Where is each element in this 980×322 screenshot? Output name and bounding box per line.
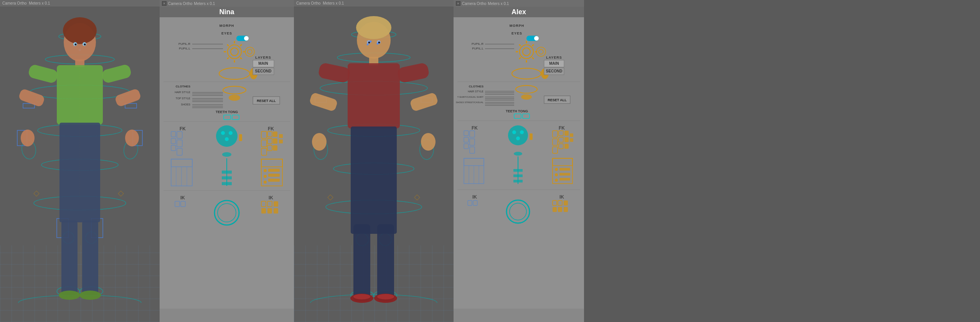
svg-rect-277 (553, 200, 557, 205)
svg-rect-230 (470, 131, 475, 137)
svg-rect-162 (397, 62, 430, 84)
svg-rect-263 (553, 158, 572, 166)
svg-rect-159 (348, 63, 400, 128)
svg-point-48 (244, 36, 249, 41)
svg-rect-242 (553, 139, 558, 145)
svg-text:RESET ALL: RESET ALL (548, 98, 567, 102)
alex-scale-label: Meters x 0.1 (488, 2, 509, 6)
ik-left-label: IK (180, 195, 185, 200)
svg-rect-112 (171, 159, 192, 167)
alex-title-bar: Alex (454, 7, 584, 17)
svg-rect-134 (267, 201, 272, 207)
svg-rect-223 (514, 114, 521, 118)
svg-rect-103 (267, 138, 272, 144)
svg-line-196 (519, 58, 521, 59)
svg-rect-254 (464, 158, 484, 166)
alex-panel-header: × Camera Ortho Meters x 0.1 (454, 0, 584, 7)
svg-rect-127 (268, 179, 280, 182)
svg-point-265 (555, 173, 558, 176)
svg-rect-88 (177, 131, 182, 138)
svg-point-94 (216, 125, 238, 147)
alex-title: Alex (511, 8, 526, 16)
svg-point-131 (214, 200, 239, 225)
svg-rect-269 (559, 178, 570, 181)
svg-rect-244 (559, 131, 563, 136)
svg-text:PUPIL.L: PUPIL.L (472, 47, 483, 50)
svg-text:HAIR STYLE: HAIR STYLE (175, 91, 190, 94)
alex-panel-close[interactable]: × (456, 1, 460, 6)
svg-point-238 (520, 130, 524, 134)
svg-rect-234 (464, 137, 469, 142)
svg-rect-107 (273, 145, 277, 151)
svg-point-38 (125, 130, 139, 146)
svg-point-124 (264, 181, 267, 184)
svg-rect-279 (553, 207, 557, 212)
svg-text:SHOES STREET/CASUAL: SHOES STREET/CASUAL (456, 101, 484, 104)
svg-text:LAYERS: LAYERS (255, 56, 271, 59)
svg-rect-167 (353, 224, 370, 301)
left-viewport[interactable]: Camera Ortho Meters x 0.1 (0, 0, 160, 322)
morph-label: MORPH (219, 24, 234, 28)
svg-point-37 (21, 130, 35, 146)
svg-line-59 (227, 44, 229, 46)
svg-point-176 (378, 42, 380, 44)
svg-point-252 (514, 152, 522, 156)
svg-rect-99 (261, 131, 267, 138)
svg-text:EYES: EYES (511, 31, 522, 35)
svg-point-97 (225, 137, 229, 141)
svg-rect-268 (559, 173, 570, 176)
svg-rect-240 (530, 133, 533, 140)
svg-rect-247 (564, 131, 569, 136)
svg-line-58 (240, 58, 242, 59)
layer-second-label: SECOND (255, 69, 272, 73)
svg-point-132 (218, 204, 236, 222)
svg-rect-125 (268, 169, 280, 172)
svg-text:TEETH  TONG: TEETH TONG (506, 109, 528, 113)
svg-rect-32 (59, 123, 100, 222)
nina-camera-label: Camera Ortho (168, 2, 192, 6)
svg-rect-102 (267, 131, 272, 137)
svg-point-82 (223, 86, 246, 94)
svg-point-96 (229, 131, 233, 135)
svg-rect-235 (464, 144, 469, 149)
svg-point-276 (510, 203, 526, 220)
svg-rect-31 (57, 65, 103, 125)
svg-point-220 (516, 85, 537, 93)
svg-text:T-SHIRT/CASUAL SHIRT: T-SHIRT/CASUAL SHIRT (457, 96, 484, 98)
svg-point-165 (312, 133, 327, 151)
svg-line-195 (519, 44, 521, 46)
svg-rect-92 (171, 138, 176, 144)
svg-rect-101 (261, 148, 267, 155)
svg-rect-90 (177, 148, 182, 155)
svg-rect-36 (114, 88, 142, 107)
reset-all-label: RESET ALL (257, 99, 276, 103)
svg-point-182 (534, 36, 539, 41)
svg-point-46 (84, 44, 86, 46)
svg-point-42 (79, 291, 101, 300)
svg-point-178 (370, 41, 372, 43)
svg-point-179 (377, 43, 379, 45)
svg-rect-233 (464, 131, 469, 136)
svg-rect-280 (558, 207, 562, 212)
svg-point-29 (63, 17, 97, 44)
svg-rect-133 (261, 201, 266, 207)
nina-panel-close[interactable]: × (162, 1, 167, 6)
svg-text:SECOND: SECOND (546, 69, 563, 73)
svg-point-266 (555, 179, 558, 182)
svg-rect-105 (273, 131, 277, 137)
svg-rect-160 (351, 127, 397, 234)
svg-rect-34 (101, 64, 132, 84)
svg-point-62 (247, 49, 252, 54)
svg-rect-119 (222, 182, 232, 185)
svg-point-187 (520, 45, 533, 59)
alex-camera-label: Camera Ortho (462, 2, 486, 6)
right-viewport[interactable]: Camera Ortho Meters x 0.1 (294, 0, 454, 322)
svg-rect-89 (177, 140, 182, 147)
nina-panel: × Camera Ortho Meters x 0.1 Nina MORPH E… (160, 0, 294, 322)
svg-rect-129 (175, 201, 180, 207)
svg-point-83 (229, 95, 240, 101)
svg-rect-27 (118, 191, 124, 196)
svg-rect-274 (473, 200, 477, 205)
svg-rect-40 (82, 220, 98, 295)
svg-rect-93 (171, 145, 176, 151)
